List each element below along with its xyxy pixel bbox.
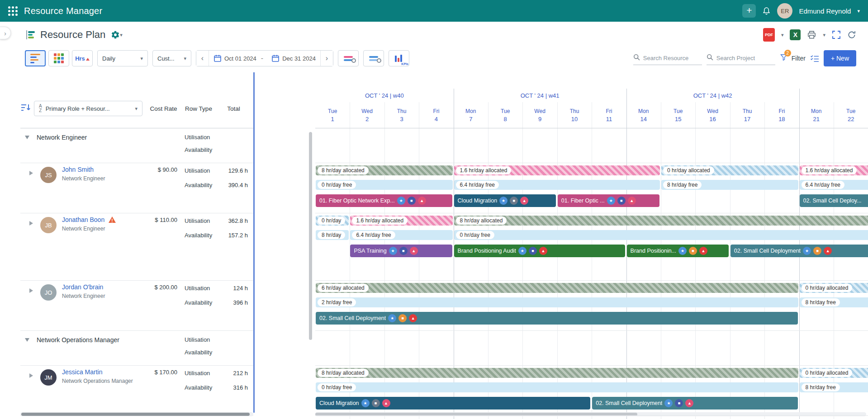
availability-bar[interactable]: 6.4 hr/day free — [350, 230, 452, 240]
resource-role: Network Operations Manager — [62, 378, 133, 384]
day-header: Mon14 — [626, 102, 661, 128]
granularity-select[interactable]: Daily▾ — [97, 50, 148, 66]
project-bar[interactable]: Cloud Migration★■▲ — [454, 194, 556, 207]
availability-bar[interactable]: 8 hr/day free — [800, 382, 868, 392]
availability-bar[interactable]: 0 hr/day free — [316, 180, 453, 190]
export-pdf-icon[interactable]: PDF — [763, 28, 775, 42]
project-bar-label: 01. Fiber Optic Network Exp... — [319, 198, 395, 204]
quick-add-button[interactable]: + — [742, 4, 756, 18]
expand-arrow-icon[interactable] — [29, 373, 33, 378]
resource-name-link[interactable]: Jordan O'brain — [62, 283, 103, 291]
view-heatmap-button[interactable] — [48, 50, 69, 66]
availability-bar[interactable]: 0 hr/day free — [316, 382, 798, 392]
saved-filters-icon[interactable] — [810, 55, 819, 62]
chevron-down-icon: ▾ — [184, 56, 186, 61]
range-preset-value: Cust... — [157, 55, 180, 62]
availability-bar[interactable]: 0 hr/day free — [454, 230, 868, 240]
pdf-options-chevron-icon[interactable]: ▾ — [781, 32, 784, 38]
new-button[interactable]: + New — [824, 50, 856, 66]
project-bar[interactable]: 02. Small Cell Deploy... — [800, 194, 868, 207]
column-settings-button[interactable] — [363, 50, 384, 66]
availability-bar[interactable]: 8 hr/day free — [661, 180, 798, 190]
expand-arrow-icon[interactable] — [29, 288, 33, 293]
resource-name-link[interactable]: Jessica Martin — [62, 368, 102, 376]
project-bar[interactable]: 02. Small Cell Deployment★■▲ — [316, 312, 798, 325]
chevron-down-icon: ▾ — [135, 106, 138, 112]
date-to[interactable]: Dec 31 2024 — [282, 55, 320, 62]
search-resource-input[interactable] — [643, 55, 702, 61]
row-settings-button[interactable] — [338, 50, 359, 66]
project-bar[interactable]: 01. Fiber Optic Network Exp...★■▲ — [316, 194, 452, 207]
allocation-bar[interactable]: 6 hr/day allocated — [316, 283, 798, 293]
availability-bar[interactable]: 2 hr/day free — [316, 297, 798, 307]
group-by-select[interactable]: AZ Primary Role + Resour... ▾ — [34, 101, 142, 116]
project-bar[interactable]: 02. Small Cell Deployment★■▲ — [730, 245, 868, 257]
allocation-bar[interactable]: 8 hr/day allocated — [316, 165, 453, 175]
view-hours-button[interactable]: Hrs — [72, 50, 93, 66]
export-excel-icon[interactable]: X — [790, 29, 801, 40]
user-avatar[interactable]: ER — [777, 3, 792, 19]
bar-label: 8 hr/day allocated — [318, 369, 369, 377]
next-period-button[interactable]: › — [320, 51, 333, 66]
project-bar-label: Cloud Migration — [458, 198, 498, 204]
availability-bar[interactable]: 8 hr/day — [316, 230, 349, 240]
panel-splitter[interactable] — [253, 72, 255, 413]
project-bar[interactable]: 02. Small Cell Deployment★■▲ — [592, 397, 797, 410]
print-icon[interactable] — [807, 30, 816, 39]
project-bar[interactable]: 01. Fiber Optic ...★■▲ — [558, 194, 659, 207]
project-bar[interactable]: Brand Positioning Audit★■▲ — [454, 245, 625, 257]
allocation-bar[interactable]: 0 hr/day allocated — [661, 165, 798, 175]
project-bar[interactable]: Brand Positionin...★■▲ — [627, 245, 729, 257]
resource-name-link[interactable]: John Smith — [62, 166, 94, 173]
prev-period-button[interactable]: ‹ — [196, 51, 209, 66]
apps-grid-icon[interactable] — [8, 6, 18, 16]
availability-bar[interactable]: 6.4 hr/day free — [800, 180, 868, 190]
print-options-chevron-icon[interactable]: ▾ — [823, 32, 825, 38]
notifications-bell-icon[interactable] — [762, 6, 771, 15]
settings-gear-icon[interactable] — [111, 30, 120, 39]
vertical-scrollbar[interactable] — [309, 132, 312, 340]
sort-icon[interactable] — [20, 103, 31, 112]
collapse-panel-tab[interactable]: › — [0, 27, 11, 39]
user-name: Edmund Reynold — [799, 7, 851, 15]
allocation-bar[interactable]: 1.6 hr/day allocated — [350, 216, 452, 226]
allocation-bar[interactable]: 1.6 hr/day allocated — [800, 165, 868, 175]
collapse-arrow-icon[interactable] — [25, 136, 29, 139]
bar-label: 0 hr/day allocated — [802, 369, 853, 377]
allocation-bar[interactable]: 0 hr/day allocated — [800, 368, 868, 378]
allocation-bar[interactable]: 8 hr/day allocated — [454, 216, 868, 226]
resource-name-link[interactable]: Jonathan Boon — [62, 216, 104, 223]
date-from[interactable]: Oct 01 2024 — [224, 55, 261, 62]
filter-control[interactable]: 2 Filter — [780, 53, 806, 63]
allocation-bar[interactable]: 1.6 hr/day allocated — [454, 165, 660, 175]
star-icon: ★ — [361, 399, 370, 407]
calendar-icon[interactable] — [271, 54, 280, 62]
refresh-icon[interactable] — [847, 30, 856, 39]
allocation-bar[interactable]: 8 hr/day allocated — [316, 368, 798, 378]
day-separator — [350, 102, 350, 128]
calendar-icon[interactable] — [213, 54, 222, 62]
project-bar[interactable]: PSA Training★■▲ — [350, 245, 452, 257]
availability-bar[interactable]: 8 hr/day free — [800, 297, 868, 307]
allocation-bar[interactable]: 0 hr/day — [316, 216, 349, 226]
allocation-bar[interactable]: 0 hr/day allocated — [800, 283, 868, 293]
range-preset-select[interactable]: Cust...▾ — [152, 50, 191, 66]
grid-horizontal-scrollbar[interactable] — [20, 412, 253, 416]
search-project-input[interactable] — [716, 55, 775, 61]
bar-label: 6 hr/day allocated — [318, 284, 369, 292]
collapse-arrow-icon[interactable] — [25, 338, 29, 342]
expand-arrow-icon[interactable] — [29, 171, 33, 175]
scrollbar-thumb[interactable] — [21, 413, 250, 416]
availability-bar[interactable]: 6.4 hr/day free — [454, 180, 660, 190]
project-bar[interactable]: Cloud Migration★■▲ — [316, 397, 590, 410]
star-icon: ★ — [664, 399, 673, 407]
expand-arrow-icon[interactable] — [29, 221, 33, 226]
view-allocation-button[interactable] — [25, 50, 46, 66]
fullscreen-icon[interactable] — [832, 30, 841, 39]
user-menu-chevron-icon[interactable]: ▾ — [857, 8, 860, 14]
settings-chevron-icon[interactable]: ▾ — [120, 32, 123, 38]
kpis-button[interactable]: KPIs — [389, 50, 409, 66]
resource-plan-icon — [25, 29, 37, 41]
search-icon — [707, 54, 713, 62]
day-separator — [661, 102, 661, 128]
